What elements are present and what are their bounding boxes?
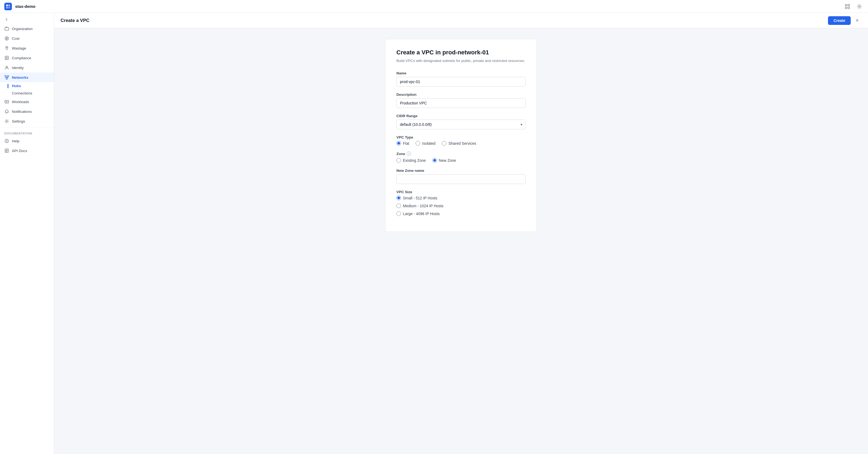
vpc-size-large-label: Large - 4096 IP Hosts — [403, 212, 440, 216]
sidebar-item-notifications-label: Notifications — [12, 110, 32, 114]
svg-rect-16 — [5, 100, 9, 103]
back-button[interactable] — [0, 15, 54, 24]
vpc-size-small[interactable]: Small - 512 IP Hosts — [396, 195, 526, 200]
zone-existing-radio[interactable] — [396, 158, 401, 162]
svg-rect-9 — [5, 28, 9, 30]
zone-radio-group: Existing Zone New Zone — [396, 158, 526, 162]
vpc-type-isolated-radio[interactable] — [415, 141, 420, 146]
help-icon — [4, 139, 9, 143]
vpc-type-isolated[interactable]: Isolated — [415, 141, 435, 146]
form-heading: Create a VPC in prod-network-01 — [396, 49, 526, 56]
sidebar-item-compliance[interactable]: Compliance — [0, 53, 54, 63]
vpc-type-group: VPC Type Flat Isolated — [396, 135, 526, 146]
vpc-type-shared-services[interactable]: Shared Services — [442, 141, 476, 146]
cidr-group: CIDR Range default (10.0.0.0/8) custom — [396, 114, 526, 129]
svg-rect-3 — [8, 7, 10, 8]
svg-rect-13 — [5, 75, 6, 77]
sidebar-item-identity[interactable]: Identity — [0, 63, 54, 72]
settings-gear-icon — [4, 119, 9, 124]
form-subtext: Build VPCs with designated subnets for p… — [396, 58, 526, 64]
doc-section-label: DOCUMENTATION — [0, 128, 54, 136]
vpc-size-large[interactable]: Large - 4096 IP Hosts — [396, 211, 526, 216]
settings-icon[interactable] — [855, 2, 864, 11]
form-card: Create a VPC in prod-network-01 Build VP… — [385, 39, 537, 232]
sidebar-item-cost[interactable]: Cost — [0, 34, 54, 43]
new-zone-name-label: New Zone name — [396, 169, 526, 173]
vpc-type-radio-group: Flat Isolated Shared Services — [396, 141, 526, 146]
panel-header: Create a VPC Create × — [54, 13, 868, 28]
zone-new-label: New Zone — [439, 158, 456, 162]
svg-point-8 — [859, 6, 860, 7]
vpc-size-small-label: Small - 512 IP Hosts — [403, 196, 437, 200]
sidebar-item-organization-label: Organization — [12, 27, 33, 31]
svg-point-19 — [6, 142, 7, 142]
vpc-type-flat-label: Flat — [403, 141, 409, 146]
grid-icon[interactable] — [843, 2, 852, 11]
content-area: Create a VPC Create × Create a VPC in pr… — [54, 13, 868, 454]
sidebar-sub-item-hubs[interactable]: Hubs — [12, 82, 54, 90]
zone-info-icon[interactable]: i — [407, 152, 411, 156]
svg-rect-4 — [845, 4, 847, 6]
form-scroll: Create a VPC in prod-network-01 Build VP… — [54, 28, 868, 454]
sidebar-item-workloads-label: Workloads — [12, 100, 29, 104]
sidebar-item-networks[interactable]: Networks — [0, 72, 54, 82]
zone-existing[interactable]: Existing Zone — [396, 158, 426, 162]
zone-existing-label: Existing Zone — [403, 158, 426, 162]
new-zone-name-group: New Zone name — [396, 169, 526, 184]
sidebar-sub: Hubs Connections — [0, 82, 54, 97]
close-button[interactable]: × — [853, 16, 862, 25]
vpc-size-group: VPC Size Small - 512 IP Hosts Medium - 1… — [396, 190, 526, 216]
vpc-size-small-radio[interactable] — [396, 195, 401, 200]
new-zone-name-input[interactable] — [396, 174, 526, 184]
svg-rect-6 — [845, 7, 847, 9]
name-group: Name — [396, 71, 526, 87]
api-docs-icon — [4, 148, 9, 153]
sidebar-item-notifications[interactable]: Notifications — [0, 107, 54, 116]
description-label: Description — [396, 93, 526, 97]
cidr-label: CIDR Range — [396, 114, 526, 118]
identity-icon — [4, 65, 9, 70]
sidebar-item-help[interactable]: Help — [0, 136, 54, 146]
zone-new-radio[interactable] — [432, 158, 437, 162]
sidebar-item-cost-label: Cost — [12, 36, 20, 40]
workloads-icon — [4, 99, 9, 104]
vpc-type-flat-radio[interactable] — [396, 141, 401, 146]
svg-rect-0 — [6, 5, 8, 6]
sidebar-item-settings[interactable]: Settings — [0, 116, 54, 126]
wastage-icon — [4, 46, 9, 51]
name-label: Name — [396, 71, 526, 75]
sidebar-item-help-label: Help — [12, 139, 20, 143]
svg-rect-15 — [6, 78, 7, 79]
vpc-type-shared-services-radio[interactable] — [442, 141, 446, 146]
vpc-size-medium[interactable]: Medium - 1024 IP Hosts — [396, 204, 526, 208]
zone-new[interactable]: New Zone — [432, 158, 456, 162]
svg-rect-2 — [6, 7, 8, 8]
sidebar-item-api-docs-label: API Docs — [12, 149, 27, 153]
notifications-icon — [4, 109, 9, 114]
create-button[interactable]: Create — [828, 16, 851, 25]
sidebar: Organization Cost Wastage Compliance — [0, 13, 54, 454]
organization-icon — [4, 26, 9, 31]
vpc-type-flat[interactable]: Flat — [396, 141, 409, 146]
description-input[interactable] — [396, 98, 526, 108]
sidebar-item-api-docs[interactable]: API Docs — [0, 146, 54, 156]
sidebar-item-compliance-label: Compliance — [12, 56, 31, 60]
sidebar-item-networks-label: Networks — [12, 75, 28, 80]
sidebar-item-identity-label: Identity — [12, 66, 24, 70]
cidr-select[interactable]: default (10.0.0.0/8) custom — [396, 120, 526, 129]
sidebar-item-wastage-label: Wastage — [12, 46, 26, 50]
name-input[interactable] — [396, 77, 526, 87]
svg-rect-14 — [7, 75, 9, 77]
compliance-icon — [4, 56, 9, 60]
vpc-size-large-radio[interactable] — [396, 211, 401, 216]
zone-label-row: Zone i — [396, 152, 526, 156]
sidebar-item-workloads[interactable]: Workloads — [0, 97, 54, 107]
sidebar-item-wastage[interactable]: Wastage — [0, 43, 54, 53]
sidebar-sub-item-connections[interactable]: Connections — [12, 90, 54, 97]
svg-rect-1 — [8, 5, 10, 6]
svg-point-12 — [6, 66, 7, 68]
sidebar-item-organization[interactable]: Organization — [0, 24, 54, 34]
networks-icon — [4, 75, 9, 80]
zone-group: Zone i Existing Zone New Zone — [396, 152, 526, 162]
vpc-size-medium-radio[interactable] — [396, 204, 401, 208]
